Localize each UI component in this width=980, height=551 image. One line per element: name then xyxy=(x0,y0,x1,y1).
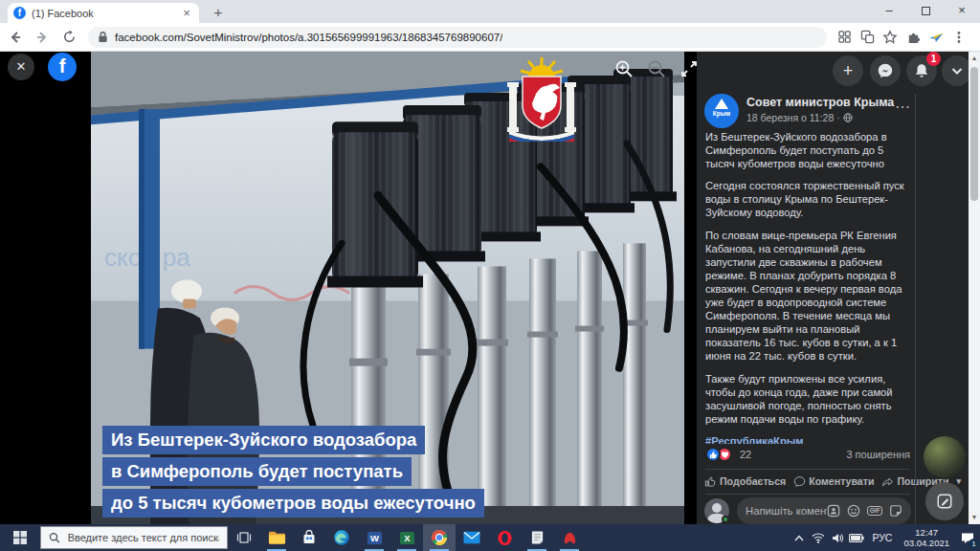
post-action-bar: Подобається Коментувати Поширити ▾ xyxy=(701,471,915,492)
photo-caption-line-2: в Симферополь будет поступать xyxy=(102,457,412,486)
emoji-smiley-icon[interactable] xyxy=(847,504,860,518)
scroll-up-arrow[interactable]: ▴ xyxy=(969,52,980,65)
excel-icon[interactable]: X xyxy=(390,524,423,551)
post-timestamp[interactable]: 18 березня о 11:28 · xyxy=(746,112,853,123)
post-header: Крым Совет министров Крыма 18 березня о … xyxy=(704,94,907,128)
clock-date: 03.04.2021 xyxy=(903,538,949,548)
tab-title: (1) Facebook xyxy=(32,8,174,19)
extensions-puzzle-icon[interactable] xyxy=(902,26,924,49)
zoom-in-icon[interactable] xyxy=(612,57,635,80)
post-paragraph: Также будут приложены все усилия, чтобы … xyxy=(705,372,910,426)
volume-icon[interactable] xyxy=(828,524,847,551)
battery-icon[interactable] xyxy=(847,524,866,551)
avatar-sticker-icon[interactable] xyxy=(827,504,840,518)
browser-toolbar: facebook.com/SovetMinistrov/photos/a.301… xyxy=(0,23,980,52)
action-center-icon[interactable]: 1 xyxy=(955,524,980,551)
toolbar-extensions xyxy=(833,26,970,49)
reaction-icons[interactable] xyxy=(705,447,732,462)
system-tray: РУС 12:47 03.04.2021 1 xyxy=(790,524,980,551)
page-scrollbar[interactable]: ▴ ▾ xyxy=(969,52,980,524)
url-text: facebook.com/SovetMinistrov/photos/a.301… xyxy=(115,32,502,43)
facebook-logo[interactable]: f xyxy=(48,53,77,81)
post-options-icon[interactable]: ⋯ xyxy=(895,98,911,116)
reaction-count[interactable]: 22 xyxy=(740,449,751,460)
start-button[interactable] xyxy=(0,524,40,551)
bookmark-star-icon[interactable] xyxy=(879,26,902,49)
hashtag-link[interactable]: #РеспубликаКрым xyxy=(705,435,804,444)
edge-icon[interactable] xyxy=(325,524,358,551)
chrome-icon[interactable] xyxy=(423,524,456,551)
post-panel: + 1 Крым Совет министров Крыма 18 березн… xyxy=(697,52,969,524)
browser-tab[interactable]: f (1) Facebook × xyxy=(8,3,199,23)
notes-app-icon[interactable] xyxy=(521,524,553,551)
messenger-button[interactable] xyxy=(870,55,901,86)
create-plus-button[interactable]: + xyxy=(833,55,863,86)
contact-avatar[interactable] xyxy=(924,436,966,478)
file-explorer-icon[interactable] xyxy=(260,524,293,551)
post-text: Из Бештерек-Зуйского водозабора в Симфер… xyxy=(705,130,910,444)
window-maximize-button[interactable] xyxy=(907,0,944,23)
lock-icon xyxy=(98,31,108,43)
viewer-close-button[interactable]: ✕ xyxy=(8,54,34,80)
scrollbar-thumb[interactable] xyxy=(970,67,978,201)
window-controls: – × xyxy=(871,0,980,23)
globe-icon xyxy=(843,113,853,122)
photo-zoom-toolbar xyxy=(612,57,701,80)
reload-button[interactable] xyxy=(57,26,80,49)
tab-close-icon[interactable]: × xyxy=(180,6,193,20)
window-minimize-button[interactable]: – xyxy=(871,0,907,23)
microsoft-store-icon[interactable] xyxy=(293,524,325,551)
tab-groups-icon[interactable] xyxy=(833,26,856,49)
clock-time: 12:47 xyxy=(915,527,938,538)
taskbar-clock[interactable]: 12:47 03.04.2021 xyxy=(898,527,955,548)
scroll-down-arrow[interactable]: ▾ xyxy=(969,511,980,524)
language-indicator[interactable]: РУС xyxy=(866,532,898,543)
url-bar[interactable]: facebook.com/SovetMinistrov/photos/a.301… xyxy=(88,27,827,48)
comment-button[interactable]: Коментувати xyxy=(790,475,878,488)
menu-kebab-icon[interactable] xyxy=(947,26,970,49)
divider xyxy=(705,469,910,470)
panel-divider xyxy=(915,94,916,524)
taskbar-search-input[interactable]: Введите здесь текст для поиска xyxy=(40,526,228,549)
notifications-bell-button[interactable]: 1 xyxy=(906,55,937,86)
post-hashtags: #РеспубликаКрым #ПутинКрымРоссияНавсегда… xyxy=(705,434,910,444)
facebook-header-buttons: + 1 xyxy=(697,55,969,88)
media-app-icon[interactable] xyxy=(553,524,586,551)
photo-caption-line-1: Из Бештерек-Зуйского водозабора xyxy=(102,426,425,454)
comment-composer: Напишіть коментар... GIF xyxy=(704,497,911,524)
zoom-out-icon[interactable] xyxy=(645,57,668,80)
reactions-row: 22 3 поширення xyxy=(705,446,910,465)
post-paragraph: По словам вице-премьера РК Евгения Кабан… xyxy=(705,229,910,364)
forward-button[interactable] xyxy=(31,26,54,49)
back-button[interactable] xyxy=(4,26,27,49)
action-center-badge: 1 xyxy=(969,539,979,549)
share-as-caret-icon[interactable]: ▾ xyxy=(957,476,962,486)
facebook-photo-viewer: ское ра xyxy=(0,52,980,524)
tray-expand-chevron-icon[interactable] xyxy=(790,524,809,551)
photo-caption-line-3: до 5 тысяч кубометров воды ежесуточно xyxy=(102,489,484,518)
crimea-coat-of-arms xyxy=(507,54,576,142)
page-avatar[interactable]: Крым xyxy=(704,94,739,128)
mail-icon[interactable] xyxy=(456,524,488,551)
opera-icon[interactable] xyxy=(488,524,521,551)
search-icon xyxy=(49,532,60,543)
comment-input[interactable]: Напишіть коментар... GIF xyxy=(737,497,911,524)
translate-icon[interactable] xyxy=(856,26,879,49)
photo-container: ское ра xyxy=(91,52,684,524)
new-tab-button[interactable]: + xyxy=(207,3,230,23)
like-reaction-icon xyxy=(705,447,721,462)
svg-text:X: X xyxy=(404,533,411,543)
task-view-button[interactable] xyxy=(228,524,260,551)
share-count[interactable]: 3 поширення xyxy=(846,449,910,460)
window-close-button[interactable]: × xyxy=(944,0,980,23)
post-paragraph: Из Бештерек-Зуйского водозабора в Симфер… xyxy=(705,130,910,170)
new-message-button[interactable] xyxy=(925,482,964,520)
sticker-icon[interactable] xyxy=(889,504,902,518)
extension-colored-icon[interactable] xyxy=(924,26,947,49)
word-icon[interactable]: W xyxy=(358,524,390,551)
facebook-favicon-icon: f xyxy=(13,7,26,19)
wifi-icon[interactable] xyxy=(809,524,828,551)
gif-icon[interactable]: GIF xyxy=(867,506,882,517)
like-button[interactable]: Подобається xyxy=(701,475,790,488)
page-name-link[interactable]: Совет министров Крыма xyxy=(746,96,894,109)
